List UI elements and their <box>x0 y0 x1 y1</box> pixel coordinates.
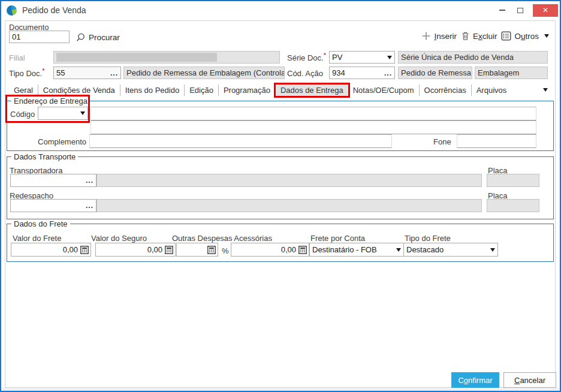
chevron-down-icon <box>80 111 85 115</box>
tab-programa-o[interactable]: Programação <box>218 85 275 96</box>
tab-itens-do-pedido[interactable]: Itens do Pedido <box>120 85 184 96</box>
placa-field-1 <box>487 174 539 187</box>
toolbar: Inserir Excluir Outros <box>421 31 549 41</box>
outras-despesas-pct-input[interactable] <box>176 243 218 257</box>
window-controls: ✕ <box>493 1 560 19</box>
calculator-button[interactable] <box>165 246 173 254</box>
cancelar-button[interactable]: Cancelar <box>503 372 556 388</box>
cod-acao-value: 934 <box>332 68 345 77</box>
redespacho-desc-field <box>96 199 482 212</box>
confirmar-button[interactable]: Confirmar <box>451 372 499 388</box>
chevron-down-icon <box>387 56 392 59</box>
complemento-field[interactable] <box>89 134 392 148</box>
cod-acao-lookup-button[interactable]: ... <box>382 70 392 76</box>
calculator-icon <box>207 246 216 254</box>
chevron-down-icon <box>544 34 549 38</box>
excluir-label: Excluir <box>473 32 497 41</box>
tab-overflow-button[interactable] <box>543 88 548 92</box>
chevron-down-icon <box>396 248 401 252</box>
outras-despesas-valor-input[interactable] <box>231 243 309 257</box>
procurar-button[interactable]: Procurar <box>76 32 120 43</box>
filial-label: Filial <box>9 53 25 62</box>
tab-dados-de-entrega[interactable]: Dados de Entrega <box>276 85 348 96</box>
maximize-icon <box>517 8 523 13</box>
complemento-label: Complemento <box>9 137 86 146</box>
tab-edi-o[interactable]: Edição <box>184 85 218 96</box>
minimize-button[interactable] <box>493 3 511 17</box>
dados-transporte-legend: Dados Transporte <box>11 152 78 161</box>
serie-doc-label: Série Doc.* <box>287 53 326 62</box>
window-bottom-margin <box>1 388 560 391</box>
inserir-label: Inserir <box>434 32 457 41</box>
calculator-icon <box>298 246 307 254</box>
cod-acao-desc2-field: Embalagem <box>475 67 548 79</box>
required-asterisk: * <box>324 52 326 59</box>
procurar-label: Procurar <box>89 33 120 42</box>
redespacho-input[interactable]: ... <box>10 199 96 212</box>
outros-button[interactable]: Outros <box>501 31 549 41</box>
minimize-icon <box>499 10 505 11</box>
valor-frete-label: Valor do Frete <box>13 234 61 243</box>
redespacho-lookup-button[interactable]: ... <box>83 203 94 209</box>
pedido-de-venda-window: Pedido de Venda ✕ Documento Procurar Ins… <box>0 0 561 392</box>
tab-notas-oe-cupom[interactable]: Notas/OE/Cupom <box>348 85 419 96</box>
tipo-frete-value: Destacado <box>406 245 444 254</box>
outras-despesas-label: Outras Despesas Acessórias <box>172 234 272 243</box>
documento-input[interactable] <box>9 31 70 43</box>
transportadora-lookup-button[interactable]: ... <box>83 177 94 183</box>
frete-por-conta-combo[interactable]: Destinatário - FOB <box>309 243 404 257</box>
calculator-button[interactable] <box>207 246 216 254</box>
percent-label: % <box>222 246 229 255</box>
valor-seguro-input[interactable] <box>95 243 176 257</box>
outros-label: Outros <box>514 32 539 41</box>
tipo-doc-value: 55 <box>56 68 65 77</box>
tab-arquivos[interactable]: Arquivos <box>471 85 512 96</box>
fone-label: Fone <box>433 137 451 146</box>
codigo-label: Código <box>10 110 35 119</box>
calculator-button[interactable] <box>80 246 89 254</box>
chevron-down-icon <box>490 248 495 252</box>
transportadora-desc-field <box>96 174 482 187</box>
tipo-frete-label: Tipo do Frete <box>405 234 451 243</box>
redacted-text <box>56 53 217 62</box>
maximize-button[interactable] <box>511 3 529 17</box>
tab-ocorr-ncias[interactable]: Ocorrências <box>419 85 471 96</box>
valor-frete-input[interactable] <box>11 243 91 257</box>
plus-icon <box>421 31 431 41</box>
address-line1-field[interactable] <box>91 107 536 120</box>
excluir-button[interactable]: Excluir <box>461 31 497 41</box>
cod-acao-desc1-field: Pedido de Remessa de <box>398 67 472 79</box>
search-icon <box>76 32 86 43</box>
tab-strip: GeralCondições de VendaItens do PedidoEd… <box>9 83 511 97</box>
dados-frete-legend: Dados do Frete <box>11 219 70 228</box>
tab-condi-es-de-venda[interactable]: Condições de Venda <box>38 85 120 96</box>
fone-field[interactable] <box>457 134 536 148</box>
tipo-frete-combo[interactable]: Destacado <box>403 243 498 257</box>
list-icon <box>501 31 511 41</box>
filial-field <box>53 51 280 64</box>
frete-por-conta-label: Frete por Conta <box>310 234 365 243</box>
serie-doc-desc-field: Série Única de Pedido de Venda <box>398 51 548 64</box>
trash-icon <box>461 31 470 41</box>
tipo-doc-input[interactable]: 55 ... <box>53 67 121 79</box>
calculator-icon <box>80 246 89 254</box>
cod-acao-input[interactable]: 934 ... <box>329 67 395 79</box>
transportadora-input[interactable]: ... <box>10 174 96 187</box>
address-line2-field[interactable] <box>91 120 536 134</box>
calculator-icon <box>165 246 173 254</box>
tipo-doc-desc-field: Pedido de Remessa de Embalagem (Controla <box>123 67 285 79</box>
main-panel: Documento Procurar Inserir Excluir <box>5 20 556 388</box>
close-button[interactable]: ✕ <box>533 4 558 17</box>
serie-doc-combo[interactable]: PV <box>329 51 395 64</box>
endereco-entrega-legend: Endereço de Entrega <box>11 97 90 105</box>
tab-geral[interactable]: Geral <box>9 85 38 96</box>
serie-doc-value: PV <box>332 53 342 62</box>
close-icon: ✕ <box>542 6 548 14</box>
required-asterisk: * <box>42 67 44 74</box>
codigo-combo[interactable] <box>38 107 88 120</box>
valor-seguro-label: Valor do Seguro <box>91 234 147 243</box>
inserir-button[interactable]: Inserir <box>421 31 457 41</box>
calculator-button[interactable] <box>298 246 307 254</box>
frete-por-conta-value: Destinatário - FOB <box>312 245 377 254</box>
tipo-doc-lookup-button[interactable]: ... <box>108 70 118 76</box>
